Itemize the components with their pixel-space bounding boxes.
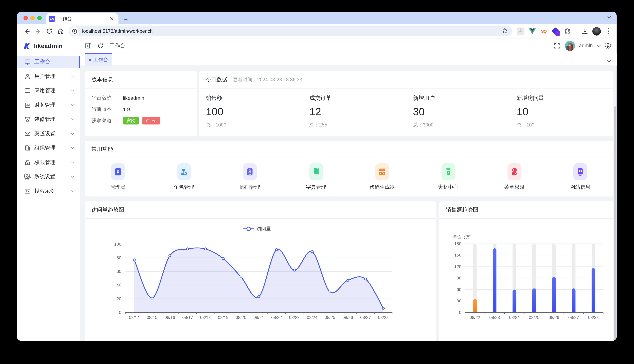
quick-item-material-center[interactable]: 素材中心 <box>415 163 481 191</box>
user-chevron-down-icon[interactable] <box>597 44 601 47</box>
tab-close-icon[interactable]: ✕ <box>108 16 115 22</box>
site-info-icon <box>574 163 587 180</box>
sidebar-item-permission[interactable]: 权限管理 <box>17 156 80 168</box>
sq-extension-icon[interactable]: SQ <box>540 27 548 35</box>
quick-item-role-manage[interactable]: 角色管理 <box>151 163 217 191</box>
version-info-panel: 版本信息 平台名称 likeadmin 当前版本 1.9.1 <box>85 71 197 136</box>
version-row-value: likeadmin <box>123 95 144 101</box>
extension-area: ⚛ SQ 5 <box>517 27 612 35</box>
user-avatar[interactable] <box>565 40 575 51</box>
panel-title: 今日数据 <box>206 76 227 83</box>
sidebar: likeadmin 工作台用户管理应用管理财务管理装修管理渠道设置组织管理权限管… <box>17 38 80 341</box>
tabstrip-chevron-down-icon[interactable] <box>607 15 612 20</box>
quick-item-dictionary[interactable]: 字典管理 <box>283 163 349 191</box>
quick-item-code-generator[interactable]: 代码生成器 <box>349 163 415 191</box>
sidebar-item-channel[interactable]: 渠道设置 <box>17 128 80 140</box>
sidebar-item-label: 应用管理 <box>34 87 56 94</box>
svg-text:90: 90 <box>456 276 461 280</box>
quick-item-site-info[interactable]: 网站信息 <box>547 163 613 191</box>
new-tab-button[interactable]: + <box>122 16 130 22</box>
quick-item-admin-badge[interactable]: 管理员 <box>85 163 151 191</box>
panel-title: 销售额趋势图 <box>446 206 478 214</box>
home-icon[interactable] <box>55 26 66 37</box>
official-site-tag[interactable]: 官网 <box>123 117 139 124</box>
role-manage-icon <box>177 163 191 180</box>
svg-text:08/15: 08/15 <box>147 315 157 320</box>
stat-label: 新增访问量 <box>517 94 614 102</box>
vue-extension-icon[interactable] <box>528 27 536 35</box>
sidebar-item-finance[interactable]: 财务管理 <box>17 99 80 111</box>
address-bar[interactable]: localhost:5173/admin/workbench <box>69 26 512 36</box>
quick-item-label: 部门管理 <box>240 184 260 191</box>
sales-trend-panel: 销售额趋势图 单位（万）030609012015018008/2208/2308… <box>439 201 614 341</box>
stat-total: 总：100 <box>517 122 614 128</box>
settings-gear-icon[interactable] <box>605 42 611 49</box>
bookmark-star-icon[interactable] <box>502 27 508 35</box>
fullscreen-icon[interactable] <box>554 42 560 49</box>
svg-text:08/16: 08/16 <box>164 315 175 320</box>
menu-permission-icon <box>508 163 521 180</box>
site-info-icon-browser[interactable] <box>70 27 78 35</box>
sidebar-item-app[interactable]: 应用管理 <box>17 84 80 97</box>
screen: LA 工作台 ✕ + <box>0 0 634 364</box>
sidebar-item-label: 渠道设置 <box>34 130 56 137</box>
sidebar-item-user[interactable]: 用户管理 <box>17 70 80 82</box>
svg-text:0: 0 <box>459 310 461 315</box>
stat-total: 总：1000 <box>206 122 302 128</box>
stat-value: 30 <box>413 106 510 118</box>
today-data-panel: 今日数据 更新时间：2024-08-28 18:36:33 销售额100总：10… <box>199 71 614 136</box>
react-extension-icon[interactable]: ⚛ <box>517 27 524 35</box>
version-row-label: 平台名称 <box>92 94 117 101</box>
app-page: likeadmin 工作台用户管理应用管理财务管理装修管理渠道设置组织管理权限管… <box>17 38 617 341</box>
minimize-window-button[interactable] <box>30 16 35 20</box>
page-scrollbar-thumb[interactable] <box>614 106 616 341</box>
workbench-content: 版本信息 平台名称 likeadmin 当前版本 1.9.1 <box>80 66 616 340</box>
collapse-sidebar-icon[interactable] <box>85 43 92 48</box>
quick-item-menu-permission[interactable]: 菜单权限 <box>481 163 547 191</box>
svg-text:08/28: 08/28 <box>588 315 599 320</box>
gitee-tag[interactable]: Gitee <box>142 117 160 124</box>
quick-item-department[interactable]: 部门管理 <box>217 163 283 191</box>
sidebar-item-template[interactable]: 模板示例 <box>17 185 80 197</box>
sidebar-item-org[interactable]: 组织管理 <box>17 142 80 154</box>
stat-2: 新增用户30总：3000 <box>406 88 510 129</box>
browser-tab[interactable]: LA 工作台 ✕ <box>46 14 118 24</box>
main-area: 工作台 admin <box>80 38 616 341</box>
forward-icon[interactable] <box>32 26 44 37</box>
route-tabs-chevron-down-icon[interactable] <box>607 57 612 64</box>
svg-text:08/27: 08/27 <box>568 315 579 320</box>
header-right: admin <box>554 40 612 51</box>
browser-profile-avatar[interactable] <box>592 27 601 35</box>
svg-text:08/26: 08/26 <box>548 315 559 320</box>
chevron-down-icon <box>71 75 74 78</box>
svg-text:访问量: 访问量 <box>256 226 271 232</box>
version-row-label: 当前版本 <box>92 106 117 113</box>
template-icon <box>24 188 31 194</box>
downloads-icon[interactable] <box>581 27 589 35</box>
refresh-page-icon[interactable] <box>98 42 104 49</box>
sidebar-item-label: 系统设置 <box>34 173 56 180</box>
browser-menu-dots-icon[interactable] <box>604 27 613 35</box>
department-icon <box>243 163 257 180</box>
zoom-window-button[interactable] <box>37 16 42 20</box>
sidebar-item-decorate[interactable]: 装修管理 <box>17 113 80 126</box>
close-window-button[interactable] <box>24 16 28 20</box>
visits-line-chart: 02040608010008/1408/1508/1608/1708/1808/… <box>85 219 436 340</box>
back-icon[interactable] <box>21 26 32 37</box>
svg-text:08/19: 08/19 <box>218 315 228 320</box>
sidebar-item-workbench[interactable]: 工作台 <box>17 56 80 68</box>
material-center-icon <box>441 163 455 180</box>
sidebar-item-label: 财务管理 <box>34 101 56 108</box>
legend-visits[interactable]: 访问量 <box>243 226 271 232</box>
tab-favicon: LA <box>49 16 55 22</box>
svg-text:08/28: 08/28 <box>378 315 388 320</box>
extensions-puzzle-icon[interactable] <box>563 27 571 35</box>
user-name[interactable]: admin <box>579 43 593 48</box>
browser-tabstrip: LA 工作台 ✕ + <box>17 12 617 24</box>
route-tab-workbench[interactable]: 工作台 <box>85 53 112 66</box>
purple-extension-icon[interactable]: 5 <box>552 27 560 35</box>
sidebar-item-settings[interactable]: 系统设置 <box>17 170 80 183</box>
reload-icon[interactable] <box>44 26 55 37</box>
app-icon <box>24 87 31 94</box>
logo[interactable]: likeadmin <box>17 38 80 53</box>
